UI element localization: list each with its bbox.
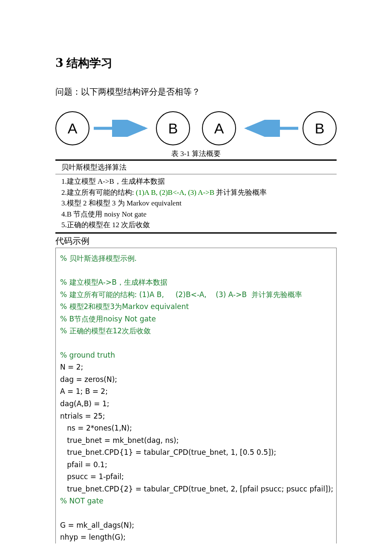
code-title: 代码示例 <box>55 235 337 247</box>
code-line: psucc = 1-pfail; <box>60 471 332 483</box>
code-line: % 正确的模型在12次后收敛 <box>60 325 332 337</box>
table-caption: 表 3-1 算法概要 <box>55 149 337 159</box>
node-b-1: B <box>156 111 190 145</box>
algorithm-line: 5.正确的模型在 12 次后收敛 <box>61 220 331 231</box>
algorithm-body: 1.建立模型 A->B，生成样本数据2.建立所有可能的结构: (1)A B, (… <box>55 174 337 232</box>
code-line: true_bnet.CPD{2} = tabular_CPD(true_bnet… <box>60 483 332 495</box>
code-line: A = 1; B = 2; <box>60 385 332 398</box>
algorithm-line: 2.建立所有可能的结构: (1)A B, (2)B<-A, (3) A->B 并… <box>61 187 331 198</box>
code-line: % 贝叶斯选择模型示例. <box>60 252 332 265</box>
code-blank-line <box>60 337 332 349</box>
code-line: G = mk_all_dags(N); <box>60 519 332 532</box>
code-line: % 模型2和模型3为Markov equivalent <box>60 301 332 313</box>
model-diagram: A B A B <box>55 111 337 145</box>
code-line: true_bnet = mk_bnet(dag, ns); <box>60 434 332 447</box>
algorithm-header: 贝叶斯模型选择算法 <box>55 161 337 174</box>
code-block: % 贝叶斯选择模型示例.% 建立模型A->B，生成样本数据% 建立所有可能的结构… <box>55 248 337 543</box>
code-line: pfail = 0.1; <box>60 459 332 471</box>
code-line: % B节点使用noisy Not gate <box>60 313 332 325</box>
section-heading: 3 结构学习 <box>55 55 337 71</box>
code-line: true_bnet.CPD{1} = tabular_CPD(true_bnet… <box>60 446 332 459</box>
node-b-2: B <box>303 111 337 145</box>
node-a-2: A <box>202 111 236 145</box>
code-line: ns = 2*ones(1,N); <box>60 422 332 434</box>
question-text: 问题：以下两模型结构评分是否相等？ <box>55 86 337 98</box>
code-line: nhyp = length(G); <box>60 531 332 543</box>
code-line: % ground truth <box>60 349 332 361</box>
code-blank-line <box>60 507 332 519</box>
code-line: dag = zeros(N); <box>60 373 332 386</box>
code-line: % 建立模型A->B，生成样本数据 <box>60 276 332 289</box>
algorithm-line: 4.B 节点使用 noisy Not gate <box>61 209 331 220</box>
section-number: 3 <box>55 56 63 69</box>
algorithm-line: 1.建立模型 A->B，生成样本数据 <box>61 176 331 187</box>
code-line: % NOT gate <box>60 495 332 507</box>
document-page: 3 结构学习 问题：以下两模型结构评分是否相等？ A B A <box>0 0 392 543</box>
section-title-text: 结构学习 <box>66 57 112 69</box>
arrow-left-icon <box>236 112 303 145</box>
algorithm-line: 3.模型 2 和模型 3 为 Markov equivalent <box>61 198 331 209</box>
code-line: N = 2; <box>60 361 332 373</box>
code-line: % 建立所有可能的结构: (1)A B, (2)B<-A, (3) A->B 并… <box>60 289 332 301</box>
algorithm-table: 贝叶斯模型选择算法 1.建立模型 A->B，生成样本数据2.建立所有可能的结构:… <box>55 159 337 234</box>
arrow-right-icon <box>89 112 156 145</box>
code-line: ntrials = 25; <box>60 410 332 422</box>
code-blank-line <box>60 264 332 276</box>
node-a-1: A <box>55 111 89 145</box>
code-line: dag(A,B) = 1; <box>60 398 332 410</box>
